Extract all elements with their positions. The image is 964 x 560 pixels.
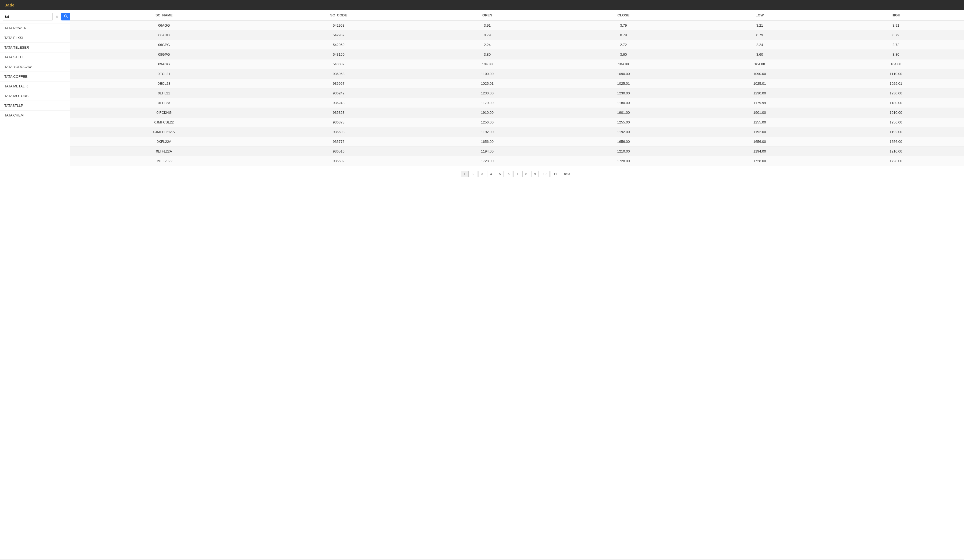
- table-row: 08GPG5431503.803.603.603.80: [70, 50, 964, 59]
- cell-low: 2.24: [692, 40, 828, 50]
- cell-open: 1230.00: [419, 88, 555, 98]
- cell-high: 1256.00: [828, 117, 964, 127]
- search-input[interactable]: [3, 13, 53, 20]
- cell-low: 1194.00: [692, 147, 828, 156]
- cell-sc_code: 542969: [258, 40, 419, 50]
- col-sc-name: SC_NAME: [70, 10, 258, 21]
- suggestion-item[interactable]: TATA METALIK: [0, 81, 70, 91]
- cell-sc_name: 0ECL23: [70, 79, 258, 88]
- page-button-6[interactable]: 6: [505, 171, 513, 177]
- table-row: 0EFL219362421230.001230.001230.001230.00: [70, 88, 964, 98]
- cell-open: 1194.00: [419, 147, 555, 156]
- cell-open: 1910.00: [419, 108, 555, 117]
- suggestion-item[interactable]: TATA STEEL: [0, 52, 70, 62]
- cell-sc_code: 935776: [258, 137, 419, 147]
- cell-sc_name: 0JMFPL21AA: [70, 127, 258, 137]
- cell-open: 1728.00: [419, 156, 555, 166]
- cell-open: 3.80: [419, 50, 555, 59]
- cell-open: 1100.00: [419, 69, 555, 79]
- cell-close: 1090.00: [555, 69, 692, 79]
- cell-open: 1025.01: [419, 79, 555, 88]
- page-button-5[interactable]: 5: [496, 171, 504, 177]
- suggestion-item[interactable]: TATA MOTORS: [0, 91, 70, 101]
- cell-high: 1230.00: [828, 88, 964, 98]
- search-icon: [64, 14, 68, 18]
- cell-high: 0.79: [828, 30, 964, 40]
- page-button-4[interactable]: 4: [487, 171, 495, 177]
- cell-sc_name: 0ECL21: [70, 69, 258, 79]
- page-button-2[interactable]: 2: [470, 171, 477, 177]
- next-page-button[interactable]: next: [561, 171, 573, 177]
- page-button-7[interactable]: 7: [513, 171, 521, 177]
- sidebar: ✕ TATA POWERTATA ELXSITATA TELESERTATA S…: [0, 10, 70, 559]
- table-row: 0MFL20229355021728.001728.001728.001728.…: [70, 156, 964, 166]
- cell-high: 1210.00: [828, 147, 964, 156]
- cell-open: 0.79: [419, 30, 555, 40]
- col-sc-code: SC_CODE: [258, 10, 419, 21]
- cell-close: 3.79: [555, 21, 692, 30]
- table-row: 0ECL219369631100.001090.001090.001110.00: [70, 69, 964, 79]
- cell-close: 1656.00: [555, 137, 692, 147]
- cell-close: 1210.00: [555, 147, 692, 156]
- suggestion-item[interactable]: TATA CHEM.: [0, 111, 70, 120]
- cell-sc_name: 06GPG: [70, 40, 258, 50]
- app-title: Jade: [0, 0, 964, 10]
- page-button-8[interactable]: 8: [522, 171, 530, 177]
- pagination: 1234567891011next: [70, 166, 964, 182]
- cell-sc_code: 936516: [258, 147, 419, 156]
- suggestion-item[interactable]: TATA ELXSI: [0, 33, 70, 43]
- cell-close: 1255.00: [555, 117, 692, 127]
- cell-high: 1110.00: [828, 69, 964, 79]
- page-button-1[interactable]: 1: [461, 171, 469, 177]
- cell-sc_code: 543087: [258, 59, 419, 69]
- table-row: 06AGG5429633.913.793.213.91: [70, 21, 964, 30]
- cell-sc_code: 543150: [258, 50, 419, 59]
- page-button-11[interactable]: 11: [550, 171, 560, 177]
- cell-sc_name: 0LTFL22A: [70, 147, 258, 156]
- cell-low: 0.79: [692, 30, 828, 40]
- cell-sc_code: 936963: [258, 69, 419, 79]
- clear-button[interactable]: ✕: [54, 14, 60, 19]
- cell-open: 1192.00: [419, 127, 555, 137]
- page-button-9[interactable]: 9: [531, 171, 539, 177]
- svg-line-1: [67, 17, 68, 18]
- table-row: 06ARD5429670.790.790.790.79: [70, 30, 964, 40]
- cell-low: 1179.99: [692, 98, 828, 108]
- cell-high: 1180.00: [828, 98, 964, 108]
- cell-close: 2.72: [555, 40, 692, 50]
- cell-open: 1256.00: [419, 117, 555, 127]
- table-row: 0IFCI24G9353231910.001901.001901.001910.…: [70, 108, 964, 117]
- cell-low: 1728.00: [692, 156, 828, 166]
- cell-high: 1656.00: [828, 137, 964, 147]
- suggestion-item[interactable]: TATA TELESER: [0, 43, 70, 52]
- cell-open: 1656.00: [419, 137, 555, 147]
- cell-sc_name: 0EFL23: [70, 98, 258, 108]
- cell-low: 1901.00: [692, 108, 828, 117]
- cell-high: 1025.01: [828, 79, 964, 88]
- search-bar: ✕: [0, 10, 70, 23]
- cell-close: 1901.00: [555, 108, 692, 117]
- cell-open: 3.91: [419, 21, 555, 30]
- table-row: 0JMFPL21AA9366981192.001192.001192.00119…: [70, 127, 964, 137]
- cell-close: 104.88: [555, 59, 692, 69]
- cell-low: 1656.00: [692, 137, 828, 147]
- cell-high: 1192.00: [828, 127, 964, 137]
- page-button-10[interactable]: 10: [540, 171, 549, 177]
- cell-low: 104.88: [692, 59, 828, 69]
- table-row: 0LTFL22A9365161194.001210.001194.001210.…: [70, 147, 964, 156]
- cell-low: 3.21: [692, 21, 828, 30]
- table-header-row: SC_NAME SC_CODE OPEN CLOSE LOW HIGH: [70, 10, 964, 21]
- cell-sc_code: 935502: [258, 156, 419, 166]
- table-row: 06GPG5429692.242.722.242.72: [70, 40, 964, 50]
- suggestion-list: TATA POWERTATA ELXSITATA TELESERTATA STE…: [0, 23, 70, 559]
- cell-sc_name: 0IFCI24G: [70, 108, 258, 117]
- suggestion-item[interactable]: TATASTLLP: [0, 101, 70, 111]
- page-button-3[interactable]: 3: [479, 171, 486, 177]
- cell-sc_name: 0JMFCSL22: [70, 117, 258, 127]
- cell-sc_code: 542967: [258, 30, 419, 40]
- search-button[interactable]: [61, 13, 70, 20]
- suggestion-item[interactable]: TATA YODOGAW: [0, 62, 70, 72]
- cell-low: 1230.00: [692, 88, 828, 98]
- suggestion-item[interactable]: TATA POWER: [0, 23, 70, 33]
- suggestion-item[interactable]: TATA COFFEE: [0, 72, 70, 81]
